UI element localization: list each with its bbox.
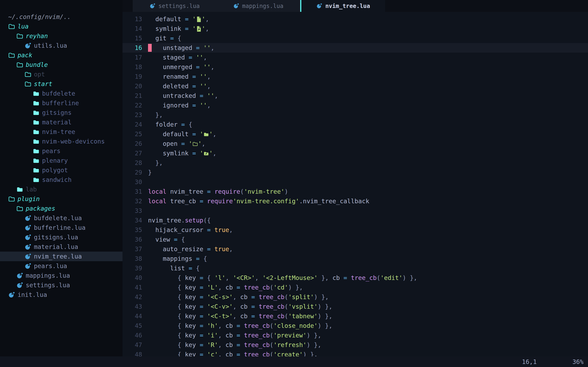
tab-mappings.lua[interactable]: mappings.lua <box>216 0 300 12</box>
code-line-31[interactable]: 31local nvim_tree = require('nvim-tree') <box>122 187 588 196</box>
code-line-38[interactable]: 38 mappings = { <box>122 254 588 263</box>
line-text: mappings = { <box>148 254 207 263</box>
code-line-39[interactable]: 39 list = { <box>122 263 588 273</box>
line-number: 43 <box>122 302 142 311</box>
code-line-30[interactable]: 30 <box>122 177 588 187</box>
tree-item-lua[interactable]: lua <box>0 22 122 31</box>
tree-item-material.lua[interactable]: material.lua <box>0 242 122 252</box>
line-text: untracked = '', <box>148 91 218 100</box>
code-line-32[interactable]: 32local tree_cb = require'nvim-tree.conf… <box>122 196 588 206</box>
tab-nvim_tree.lua[interactable]: nvim_tree.lua <box>301 0 385 12</box>
line-text: } <box>148 167 152 177</box>
tree-item-polygot[interactable]: polygot <box>0 165 122 175</box>
code-line-22[interactable]: 22 ignored = '', <box>122 100 588 110</box>
code-line-18[interactable]: 18 unmerged = '', <box>122 62 588 72</box>
code-line-20[interactable]: 20 deleted = '', <box>122 81 588 91</box>
code-editor[interactable]: 13 default = '',14 symlink = '',15 git =… <box>122 12 588 356</box>
tree-item-gitsigns[interactable]: gitsigns <box>0 108 122 117</box>
folder-icon <box>33 157 40 164</box>
line-text: { key = '<C-s>', cb = tree_cb('split') }… <box>148 292 329 302</box>
tree-item-label: utils.lua <box>34 41 67 50</box>
tree-item-gitsigns.lua[interactable]: gitsigns.lua <box>0 233 122 242</box>
code-line-19[interactable]: 19 renamed = '', <box>122 72 588 81</box>
tree-item-mappings.lua[interactable]: mappings.lua <box>0 271 122 280</box>
line-text: unmerged = '', <box>148 62 214 72</box>
line-number: 14 <box>122 24 142 33</box>
tree-item-bufferline.lua[interactable]: bufferline.lua <box>0 223 122 233</box>
line-number: 37 <box>122 244 142 254</box>
code-line-46[interactable]: 46 { key = 'i', cb = tree_cb('preview') … <box>122 331 588 340</box>
tree-item-label: plenary <box>42 156 68 165</box>
code-line-21[interactable]: 21 untracked = '', <box>122 91 588 100</box>
tree-item-nvim-web-devicons[interactable]: nvim-web-devicons <box>0 137 122 146</box>
tree-item-plugin[interactable]: plugin <box>0 194 122 204</box>
code-line-27[interactable]: 27 symlink = '', <box>122 149 588 158</box>
tree-item-label: sandwich <box>42 175 72 184</box>
editor-pane: settings.luamappings.luanvim_tree.lua 13… <box>122 0 588 356</box>
line-text: renamed = '', <box>148 72 211 81</box>
code-line-37[interactable]: 37 auto_resize = true, <box>122 244 588 254</box>
code-line-48[interactable]: 48 { key = 'c', cb = tree_cb('create') }… <box>122 350 588 356</box>
code-line-35[interactable]: 35 hijack_cursor = true, <box>122 225 588 235</box>
code-line-14[interactable]: 14 symlink = '', <box>122 24 588 33</box>
tree-item-plenary[interactable]: plenary <box>0 156 122 165</box>
tree-item-lab[interactable]: lab <box>0 184 122 194</box>
code-line-24[interactable]: 24 folder = { <box>122 120 588 129</box>
code-line-43[interactable]: 43 { key = '<C-v>', cb = tree_cb('vsplit… <box>122 302 588 311</box>
tree-item-label: bundle <box>26 60 48 69</box>
line-text: { key = { 'l', '<CR>', '<2-LeftMouse>' }… <box>148 273 417 283</box>
tree-item-reyhan[interactable]: reyhan <box>0 31 122 41</box>
line-text: }, <box>148 158 163 167</box>
tree-item-pack[interactable]: pack <box>0 50 122 60</box>
folder-open-icon <box>16 61 23 68</box>
code-line-44[interactable]: 44 { key = '<C-t>', cb = tree_cb('tabnew… <box>122 311 588 321</box>
tree-item-init.lua[interactable]: init.lua <box>0 290 122 300</box>
lua-icon <box>25 234 31 241</box>
tree-item-sandwich[interactable]: sandwich <box>0 175 122 184</box>
line-number: 34 <box>122 216 142 225</box>
code-line-41[interactable]: 41 { key = 'L', cb = tree_cb('cd') }, <box>122 283 588 292</box>
code-line-28[interactable]: 28 }, <box>122 158 588 167</box>
line-text: { key = '<C-t>', cb = tree_cb('tabnew') … <box>148 311 332 321</box>
tree-item-utils.lua[interactable]: utils.lua <box>0 41 122 50</box>
tree-item-start[interactable]: start <box>0 79 122 89</box>
code-line-29[interactable]: 29} <box>122 167 588 177</box>
code-line-47[interactable]: 47 { key = 'R', cb = tree_cb('refresh') … <box>122 340 588 350</box>
tree-item-nvim_tree.lua[interactable]: nvim_tree.lua <box>0 252 122 261</box>
file-symlink-glyph-icon <box>196 25 202 33</box>
code-line-42[interactable]: 42 { key = '<C-s>', cb = tree_cb('split'… <box>122 292 588 302</box>
tree-item-settings.lua[interactable]: settings.lua <box>0 280 122 290</box>
tree-item-pears[interactable]: pears <box>0 146 122 156</box>
code-line-36[interactable]: 36 view = { <box>122 235 588 244</box>
tree-item-material[interactable]: material <box>0 117 122 127</box>
line-number: 45 <box>122 321 142 331</box>
tree-item-bufdelete[interactable]: bufdelete <box>0 89 122 98</box>
tree-item-bufferline[interactable]: bufferline <box>0 98 122 108</box>
code-line-45[interactable]: 45 { key = 'h', cb = tree_cb('close_node… <box>122 321 588 331</box>
code-line-16[interactable]: 16 unstaged = '', <box>122 43 588 53</box>
code-line-13[interactable]: 13 default = '', <box>122 14 588 24</box>
line-number: 30 <box>122 177 142 187</box>
line-text: { key = 'L', cb = tree_cb('cd') }, <box>148 283 303 292</box>
tree-item-bufdelete.lua[interactable]: bufdelete.lua <box>0 213 122 223</box>
code-line-33[interactable]: 33 <box>122 206 588 216</box>
line-text: unstaged = '', <box>148 43 214 53</box>
code-line-15[interactable]: 15 git = { <box>122 33 588 43</box>
code-line-25[interactable]: 25 default = '', <box>122 129 588 139</box>
tree-item-packages[interactable]: packages <box>0 204 122 213</box>
code-line-26[interactable]: 26 open = '', <box>122 139 588 149</box>
tab-settings.lua[interactable]: settings.lua <box>133 0 216 12</box>
code-line-34[interactable]: 34nvim_tree.setup({ <box>122 216 588 225</box>
tree-item-pears.lua[interactable]: pears.lua <box>0 261 122 271</box>
cursor-position: 16,1 <box>522 358 537 365</box>
tree-item-label: pears.lua <box>34 261 67 271</box>
tree-item-bundle[interactable]: bundle <box>0 60 122 69</box>
code-line-40[interactable]: 40 { key = { 'l', '<CR>', '<2-LeftMouse>… <box>122 273 588 283</box>
code-line-23[interactable]: 23 }, <box>122 110 588 120</box>
code-line-17[interactable]: 17 staged = '', <box>122 53 588 62</box>
status-bar: 16,1 36% <box>0 356 588 367</box>
tree-item-nvim-tree[interactable]: nvim-tree <box>0 127 122 137</box>
line-number: 25 <box>122 129 142 139</box>
tree-item-opt[interactable]: opt <box>0 69 122 79</box>
tree-item-label: plugin <box>17 194 40 204</box>
